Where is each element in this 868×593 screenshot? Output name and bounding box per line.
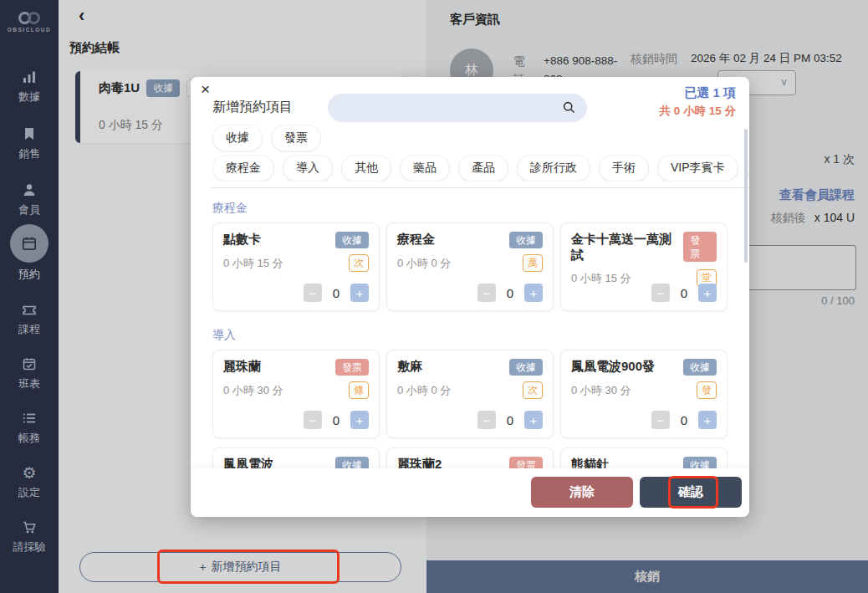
- sidebar-item-settings[interactable]: ⚙ 設定: [0, 463, 59, 500]
- item-card: 熊貓針 收據: [560, 447, 728, 468]
- back-icon[interactable]: ‹: [79, 7, 84, 25]
- sidebar-item-sales[interactable]: 銷售: [0, 124, 59, 161]
- quantity-value: 0: [333, 286, 340, 300]
- sidebar-item-data[interactable]: 數據: [0, 67, 59, 105]
- item-card: 麗珠蘭2 發票: [386, 447, 554, 468]
- scrollbar-thumb[interactable]: [744, 129, 748, 263]
- quantity-value: 0: [681, 413, 687, 427]
- item-card: 療程金 收據 0 小時 0 分 萬 − 0 +: [386, 222, 554, 311]
- customer-info-title: 客戶資訊: [450, 12, 500, 28]
- after-redeem-value: x 104 U: [814, 211, 855, 224]
- minus-button[interactable]: −: [651, 411, 670, 429]
- bookmark-icon: [0, 124, 59, 144]
- modal-title: 新增預約項目: [212, 99, 293, 116]
- quantity-stepper: − 0 +: [651, 284, 717, 302]
- clear-button[interactable]: 清除: [531, 477, 633, 508]
- category-chip[interactable]: 產品: [458, 155, 508, 181]
- section-grid: 鳳凰電波 收據 麗珠蘭2 發票: [212, 447, 728, 468]
- redeem-time-label: 核銷時間: [631, 52, 677, 67]
- item-duration: 0 小時 0 分: [397, 256, 451, 271]
- quantity-stepper: − 0 +: [651, 411, 717, 429]
- category-chip[interactable]: 導入: [283, 155, 333, 181]
- unit-badge: 條: [349, 381, 369, 399]
- item-name: 金卡十萬送一萬測試: [571, 232, 683, 263]
- unit-badge: 萬: [523, 254, 543, 272]
- add-booking-item-button[interactable]: + 新增預約項目: [79, 552, 401, 582]
- minus-button[interactable]: −: [477, 284, 496, 302]
- item-name: 敷麻: [397, 359, 422, 375]
- plus-button[interactable]: +: [524, 411, 543, 429]
- section-label: 療程金: [212, 201, 728, 216]
- search-bar: [328, 94, 587, 122]
- sidebar-item-label: 數據: [0, 89, 59, 105]
- quantity-stepper: − 0 +: [304, 411, 369, 429]
- sidebar-item-label: 班表: [0, 376, 59, 391]
- app-screen: OBSICLOUD 數據 銷售 會員 預: [0, 0, 868, 593]
- view-member-courses-link[interactable]: 查看會員課程: [779, 187, 855, 203]
- logo-text: OBSICLOUD: [0, 27, 59, 33]
- unit-badge: 次: [349, 254, 369, 272]
- after-redeem-row: 核銷後x 104 U: [771, 211, 855, 226]
- sidebar-item-label: 預約: [0, 267, 59, 282]
- section-grid: 麗珠蘭 發票 0 小時 30 分 條 − 0 + 敷麻: [212, 350, 728, 438]
- unit-badge: 次: [523, 381, 543, 399]
- category-chip[interactable]: 其他: [341, 155, 391, 181]
- redeem-button[interactable]: 核銷: [426, 560, 868, 593]
- category-filter-row: 療程金 導入 其他 藥品 產品 診所行政 手術 VIP李賓卡 購: [212, 155, 749, 181]
- close-icon[interactable]: ×: [201, 81, 210, 97]
- category-chip[interactable]: 診所行政: [517, 155, 590, 181]
- item-duration: 0 小時 15 分: [571, 271, 631, 286]
- app-logo: OBSICLOUD: [0, 12, 59, 33]
- sidebar-item-booking[interactable]: 預約: [0, 224, 59, 282]
- sidebar-item-label: 課程: [0, 322, 59, 337]
- ticket-icon: [0, 299, 59, 320]
- search-icon: [562, 100, 576, 118]
- item-duration: 0 小時 30 分: [223, 383, 283, 398]
- plus-button[interactable]: +: [698, 411, 717, 429]
- sidebar-item-label: 請採驗: [0, 539, 59, 555]
- minus-button[interactable]: −: [477, 411, 496, 429]
- cart-icon: [0, 517, 59, 537]
- plus-button[interactable]: +: [698, 284, 717, 302]
- item-name: 鳳凰電波: [223, 457, 273, 468]
- list-icon: [0, 408, 59, 428]
- quantity-stepper: − 0 +: [477, 411, 543, 429]
- item-duration: 0 小時 0 分: [397, 383, 451, 398]
- category-chip[interactable]: 藥品: [400, 155, 450, 181]
- category-chip[interactable]: 手術: [599, 155, 649, 181]
- add-booking-item-label: 新增預約項目: [212, 560, 282, 575]
- plus-button[interactable]: +: [350, 411, 369, 429]
- redeem-time-value: 2026 年 02 月 24 日 PM 03:52: [691, 51, 842, 66]
- plus-button[interactable]: +: [524, 284, 543, 302]
- note-char-counter: 0 / 100: [821, 294, 855, 307]
- item-name: 點數卡: [223, 232, 261, 248]
- category-chip[interactable]: VIP李賓卡: [657, 155, 738, 181]
- filter-chip-invoice[interactable]: 發票: [271, 125, 321, 151]
- search-input[interactable]: [341, 94, 559, 122]
- confirm-button[interactable]: 確認: [640, 477, 742, 508]
- sidebar-item-schedule[interactable]: 班表: [0, 354, 59, 391]
- category-chip[interactable]: 療程金: [212, 155, 274, 181]
- section-grid: 點數卡 收據 0 小時 15 分 次 − 0 + 療程金: [212, 222, 728, 311]
- sidebar-item-accounting[interactable]: 帳務: [0, 408, 59, 446]
- sidebar-item-courses[interactable]: 課程: [0, 299, 59, 337]
- minus-button[interactable]: −: [304, 284, 322, 302]
- minus-button[interactable]: −: [651, 284, 670, 302]
- item-card: 敷麻 收據 0 小時 0 分 次 − 0 +: [386, 350, 554, 438]
- item-name: 療程金: [397, 232, 435, 248]
- booking-item-duration: 0 小時 15 分: [99, 118, 163, 133]
- minus-button[interactable]: −: [304, 411, 322, 429]
- item-duration: 0 小時 15 分: [223, 256, 283, 271]
- sidebar-item-trial[interactable]: 請採驗: [0, 517, 59, 555]
- booking-item-name: 肉毒1U: [99, 80, 140, 96]
- sidebar-item-label: 會員: [0, 202, 59, 217]
- chevron-down-icon: ∨: [780, 76, 788, 88]
- item-name: 麗珠蘭: [223, 359, 261, 375]
- receipt-badge: 收據: [146, 79, 180, 96]
- plus-button[interactable]: +: [350, 284, 369, 302]
- receipt-badge: 收據: [509, 359, 543, 376]
- filter-chip-receipt[interactable]: 收據: [212, 125, 263, 151]
- sidebar-item-members[interactable]: 會員: [0, 180, 59, 217]
- receipt-badge: 收據: [335, 232, 369, 248]
- quantity-stepper: − 0 +: [304, 284, 369, 302]
